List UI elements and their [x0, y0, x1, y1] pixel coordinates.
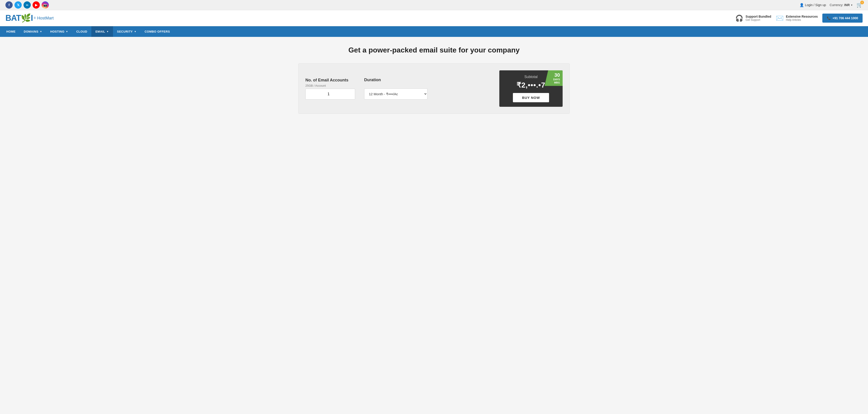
logo-hostmart: HostMart — [37, 16, 54, 21]
main-content: Get a power-packed email suite for your … — [0, 37, 868, 173]
nav-hosting[interactable]: HOSTING ▼ — [46, 26, 72, 37]
nav-combo-label: COMBO OFFERS — [145, 30, 170, 33]
duration-label: Duration — [364, 78, 428, 82]
resources-text: Extensive Resources Help Articles — [786, 15, 818, 22]
logo-bat-text: BAT🌿I — [5, 13, 33, 23]
accounts-input[interactable] — [305, 89, 355, 99]
hosting-arrow-icon: ▼ — [66, 30, 68, 33]
currency-selector[interactable]: Currency: INR ▼ — [830, 3, 853, 7]
nav-cloud[interactable]: CLOUD — [72, 26, 91, 37]
logo-leaf: 🌿 — [21, 13, 31, 23]
youtube-icon[interactable]: ▶ — [33, 1, 40, 8]
support-text: Support Bundled Get Support — [745, 15, 771, 22]
call-button[interactable]: 📞 +91 706 444 1000 — [822, 13, 863, 23]
nav-bar: HOME DOMAINS ▼ HOSTING ▼ CLOUD EMAIL ▼ S… — [0, 26, 868, 37]
social-icons: f 𝕏 in ▶ 📷 — [5, 1, 49, 8]
nav-security-label: SECURITY — [117, 30, 133, 33]
nav-email[interactable]: EMAIL ▼ — [91, 26, 113, 37]
config-box: No. of Email Accounts 25GB / Account Dur… — [298, 63, 569, 114]
nav-security[interactable]: SECURITY ▼ — [113, 26, 141, 37]
top-right-area: 👤 Login / Sign up Currency: INR ▼ 🛒 0 — [800, 2, 863, 8]
accounts-label: No. of Email Accounts — [305, 78, 355, 83]
support-bundled[interactable]: 🎧 Support Bundled Get Support — [735, 14, 771, 22]
page-title: Get a power-packed email suite for your … — [5, 46, 863, 54]
support-title: Support Bundled — [745, 15, 771, 18]
header-right: 🎧 Support Bundled Get Support ✉️ Extensi… — [735, 13, 863, 23]
linkedin-icon[interactable]: in — [24, 1, 31, 8]
duration-select[interactable]: 12 Month - ₹••••/Ac 24 Month - ₹••••/Ac … — [364, 88, 428, 99]
cart-button[interactable]: 🛒 0 — [857, 2, 863, 8]
resources-sub: Help Articles — [786, 18, 818, 22]
currency-arrow-icon: ▼ — [850, 4, 853, 6]
phone-icon: 📞 — [827, 16, 831, 20]
nav-combo-offers[interactable]: COMBO OFFERS — [141, 26, 174, 37]
duration-field-group: Duration 12 Month - ₹••••/Ac 24 Month - … — [364, 78, 428, 99]
currency-label: Currency: — [830, 3, 843, 7]
accounts-field-group: No. of Email Accounts 25GB / Account — [305, 78, 355, 99]
nav-home[interactable]: HOME — [2, 26, 20, 37]
email-arrow-icon: ▼ — [106, 30, 109, 33]
nav-domains-label: DOMAINS — [24, 30, 38, 33]
subtotal-box: 30 DAYSMBG Subtotal ₹2,•••.•7 BUY NOW — [499, 70, 563, 107]
instagram-icon[interactable]: 📷 — [41, 1, 49, 8]
phone-number: +91 706 444 1000 — [833, 16, 858, 20]
person-icon: 👤 — [800, 3, 804, 7]
logo[interactable]: BAT🌿I ® HostMart — [5, 13, 54, 23]
resources-item[interactable]: ✉️ Extensive Resources Help Articles — [776, 14, 818, 22]
resources-title: Extensive Resources — [786, 15, 818, 18]
nav-domains[interactable]: DOMAINS ▼ — [20, 26, 46, 37]
mbg-badge: 30 DAYSMBG — [545, 70, 563, 86]
buy-now-button[interactable]: BUY NOW — [513, 93, 549, 102]
headset-icon: 🎧 — [735, 14, 743, 22]
nav-hosting-label: HOSTING — [50, 30, 64, 33]
cart-badge: 0 — [860, 1, 864, 4]
duration-sublabel — [364, 84, 428, 87]
login-label: Login / Sign up — [805, 3, 826, 7]
twitter-icon[interactable]: 𝕏 — [14, 1, 22, 8]
domains-arrow-icon: ▼ — [40, 30, 42, 33]
currency-value: INR — [844, 3, 850, 7]
message-icon: ✉️ — [776, 14, 784, 22]
login-link[interactable]: 👤 Login / Sign up — [800, 3, 826, 7]
nav-cloud-label: CLOUD — [76, 30, 87, 33]
header: BAT🌿I ® HostMart 🎧 Support Bundled Get S… — [0, 10, 868, 26]
top-bar: f 𝕏 in ▶ 📷 👤 Login / Sign up Currency: I… — [0, 0, 868, 10]
mbg-days: 30 — [547, 72, 560, 78]
nav-email-label: EMAIL — [95, 30, 105, 33]
nav-home-label: HOME — [6, 30, 16, 33]
security-arrow-icon: ▼ — [134, 30, 136, 33]
accounts-sublabel: 25GB / Account — [305, 84, 355, 87]
support-sub: Get Support — [745, 18, 771, 22]
facebook-icon[interactable]: f — [5, 1, 13, 8]
mbg-label: DAYSMBG — [547, 78, 560, 84]
logo-reg: ® — [34, 17, 36, 20]
